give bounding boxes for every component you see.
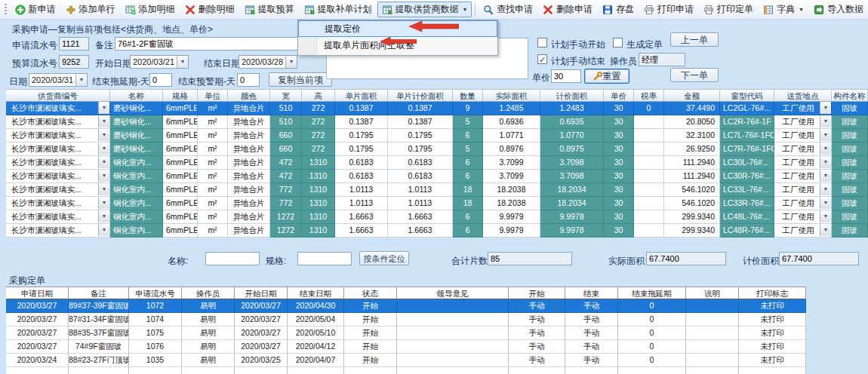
detail-cell[interactable]: 磨砂钢化... — [110, 115, 163, 129]
order-cell[interactable]: 2020/03/27 — [235, 313, 288, 326]
detail-cell[interactable]: LC7R-76#-1FO — [720, 143, 774, 156]
chevron-down-icon[interactable]: ▼ — [98, 102, 109, 114]
detail-cell[interactable]: 6mmPLE... — [163, 210, 198, 224]
detail-cell[interactable]: m² — [198, 183, 228, 197]
generate-order-checkbox[interactable] — [613, 38, 623, 48]
order-cell[interactable]: 1074 — [129, 313, 182, 326]
detail-cell[interactable]: 0.1387 — [335, 102, 388, 115]
detail-cell[interactable]: 长沙市潇湘玻璃实...▼ — [6, 183, 110, 197]
detail-cell[interactable]: 0.1795 — [388, 143, 453, 156]
detail-cell[interactable]: 30 — [604, 115, 634, 129]
order-cell[interactable]: 2020/04/30 — [288, 299, 344, 313]
detail-cell[interactable]: 固玻 — [832, 156, 868, 170]
detail-cell[interactable]: 钢化室内... — [110, 210, 163, 224]
order-cell[interactable]: 手动 — [509, 340, 565, 354]
order-row[interactable]: 2020/03/2488#23-27F门顶玻1035易明2020/03/2520… — [6, 354, 806, 367]
detail-row[interactable]: 长沙市潇湘玻璃实...▼磨砂钢化...6mmPLE...m²异地合片660272… — [6, 143, 868, 156]
toolbar-button-save[interactable]: 存盘 — [598, 2, 639, 17]
detail-cell[interactable]: 660 — [270, 129, 302, 143]
detail-cell[interactable]: 30 — [604, 129, 634, 143]
detail-cell[interactable]: 0.1795 — [335, 129, 388, 143]
order-cell[interactable]: 88#23-27F门顶玻 — [69, 354, 129, 367]
detail-cell[interactable]: 钢化室内... — [110, 183, 163, 197]
toolbar-button-delete-apply[interactable]: 删除申请 — [538, 2, 597, 17]
detail-cell[interactable]: 1.0770 — [540, 129, 604, 143]
detail-cell[interactable]: 9.9979 — [483, 224, 540, 238]
detail-row[interactable]: 长沙市潇湘玻璃实...▼钢化室内...6mmPLE...m²异地合片127213… — [6, 210, 868, 224]
detail-column-header[interactable]: 单片面积 — [335, 89, 388, 102]
toolbar-button-new-apply[interactable]: 新申请 — [11, 2, 60, 17]
order-cell[interactable]: 未打印 — [739, 313, 806, 326]
detail-cell[interactable]: 固玻 — [832, 224, 868, 238]
order-cell[interactable]: 未打印 — [739, 340, 806, 354]
detail-cell[interactable]: 30 — [604, 143, 634, 156]
detail-row[interactable]: 长沙市潇湘玻璃实...▼钢化室内...6mmPLE...m²异地合片472131… — [6, 156, 868, 170]
detail-cell[interactable]: m² — [198, 143, 228, 156]
detail-cell[interactable] — [634, 143, 664, 156]
detail-cell[interactable]: m² — [198, 156, 228, 170]
order-cell[interactable]: 手动 — [565, 313, 618, 326]
orders-column-header[interactable]: 申请日期 — [6, 287, 69, 299]
detail-cell[interactable]: 510 — [270, 115, 302, 129]
detail-cell[interactable]: 1.6663 — [388, 224, 453, 238]
manual-end-checkbox[interactable]: ✓ — [537, 54, 547, 64]
toolbar-button-dictionary[interactable]: 字典▼ — [759, 2, 808, 17]
detail-cell[interactable]: 0.6935 — [540, 115, 604, 129]
detail-cell[interactable]: 546.1020 — [664, 183, 720, 197]
chevron-down-icon[interactable]: ▼ — [98, 224, 109, 236]
detail-cell[interactable]: LC7L-76#-1FO — [720, 129, 774, 143]
detail-column-header[interactable]: 实际面积 — [483, 89, 540, 102]
orders-column-header[interactable]: 操作员 — [182, 287, 235, 299]
detail-cell[interactable]: LC33L-76#... — [720, 183, 774, 197]
detail-cell[interactable]: 异地合片 — [228, 224, 270, 238]
detail-cell[interactable]: LC48R-76#... — [720, 224, 774, 238]
orders-column-header[interactable]: 结束 — [565, 287, 618, 299]
toolbar-button-delete-detail[interactable]: 删除明细 — [180, 2, 239, 17]
detail-cell[interactable]: 长沙市潇湘玻璃实...▼ — [6, 115, 110, 129]
order-cell[interactable]: 1035 — [129, 354, 182, 367]
order-cell[interactable]: 未打印 — [739, 299, 806, 313]
order-cell[interactable]: 开始 — [344, 313, 397, 326]
detail-cell[interactable]: 5 — [453, 143, 483, 156]
detail-cell[interactable]: 长沙市潇湘玻璃实...▼ — [6, 102, 110, 115]
chevron-down-icon[interactable]: ▼ — [98, 143, 109, 155]
detail-cell[interactable]: 异地合片 — [228, 129, 270, 143]
detail-cell[interactable]: 异地合片 — [228, 197, 270, 210]
detail-cell[interactable]: 磨砂钢化... — [110, 129, 163, 143]
order-cell[interactable]: 2020/03/27 — [6, 313, 69, 326]
detail-cell[interactable] — [634, 183, 664, 197]
detail-cell[interactable]: 长沙市潇湘玻璃实...▼ — [6, 170, 110, 183]
detail-cell[interactable]: 0 — [634, 102, 664, 115]
order-cell[interactable]: 74#9F窗固玻 — [69, 340, 129, 354]
chevron-down-icon[interactable]: ▼ — [820, 197, 831, 209]
detail-cell[interactable]: m² — [198, 224, 228, 238]
orders-column-header[interactable]: 开始日期 — [235, 287, 288, 299]
locate-by-condition-button[interactable]: 按条件定位 — [359, 251, 409, 265]
detail-cell[interactable]: 异地合片 — [228, 210, 270, 224]
detail-cell[interactable]: m² — [198, 210, 228, 224]
detail-cell[interactable]: 472 — [270, 156, 302, 170]
order-cell[interactable] — [397, 313, 509, 326]
detail-cell[interactable]: 6mmPLE... — [163, 156, 198, 170]
order-cell[interactable]: 2020/03/27 — [235, 340, 288, 354]
detail-column-header[interactable]: 单位 — [198, 89, 228, 102]
detail-cell[interactable]: 1.0113 — [335, 183, 388, 197]
remark-field[interactable] — [115, 37, 323, 51]
detail-cell[interactable]: 0.6183 — [388, 156, 453, 170]
detail-cell[interactable]: 0.6183 — [335, 156, 388, 170]
apply-no-field[interactable] — [59, 37, 89, 51]
order-cell[interactable]: 0 — [618, 299, 686, 313]
detail-cell[interactable]: 钢化室内... — [110, 224, 163, 238]
detail-cell[interactable]: m² — [198, 102, 228, 115]
detail-cell[interactable]: 272 — [302, 129, 335, 143]
detail-cell[interactable]: 1.0113 — [388, 183, 453, 197]
order-cell[interactable]: 0 — [618, 326, 686, 340]
order-cell[interactable]: 手动 — [565, 326, 618, 340]
order-cell[interactable]: 2020/03/27 — [6, 340, 69, 354]
detail-row[interactable]: 长沙市潇湘玻璃实...▼钢化室内...6mmPLE...m²异地合片472131… — [6, 170, 868, 183]
detail-cell[interactable]: 异地合片 — [228, 143, 270, 156]
detail-cell[interactable]: 1.0113 — [388, 197, 453, 210]
toolbar-button-print-order[interactable]: 打印定单 — [699, 2, 758, 17]
next-order-button[interactable]: 下一单 — [670, 68, 719, 82]
filter-name-input[interactable] — [205, 252, 260, 265]
